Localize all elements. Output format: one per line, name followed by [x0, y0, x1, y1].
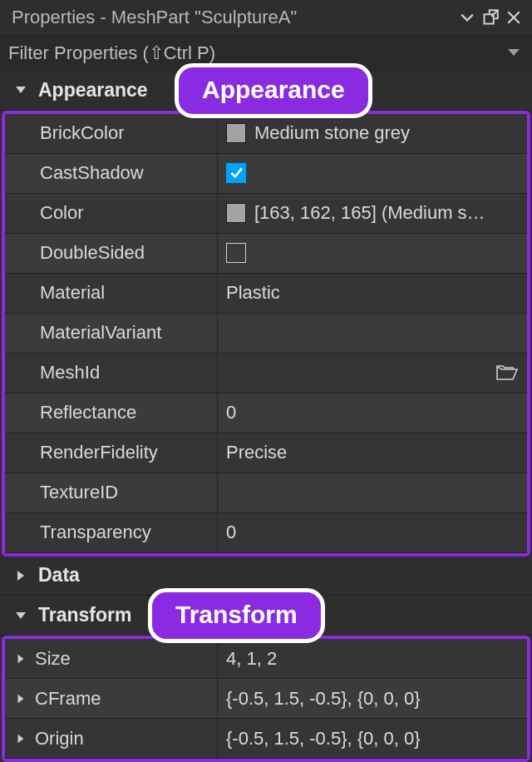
section-label-appearance: Appearance — [38, 79, 148, 101]
property-row-textureid[interactable]: TextureID — [5, 473, 527, 513]
property-value[interactable]: {-0.5, 1.5, -0.5}, {0, 0, 0} — [218, 719, 527, 758]
chevron-right-icon — [13, 568, 28, 583]
svg-marker-2 — [16, 87, 26, 93]
property-value[interactable]: 0 — [218, 393, 527, 433]
folder-open-icon[interactable] — [495, 361, 519, 384]
property-row-material[interactable]: Material Plastic — [5, 274, 527, 314]
property-value[interactable]: 0 — [218, 513, 527, 552]
svg-marker-3 — [17, 571, 24, 581]
property-name: DoubleSided — [5, 234, 218, 273]
filter-menu-icon[interactable] — [505, 45, 522, 62]
property-row-materialvariant[interactable]: MaterialVariant — [5, 314, 527, 354]
property-row-cframe[interactable]: CFrame {-0.5, 1.5, -0.5}, {0, 0, 0} — [5, 679, 527, 719]
property-value[interactable]: Medium stone grey — [218, 114, 527, 153]
close-button[interactable] — [502, 6, 525, 29]
property-row-renderfidelity[interactable]: RenderFidelity Precise — [5, 433, 527, 473]
checkbox-checked-icon[interactable] — [226, 163, 246, 183]
svg-marker-6 — [18, 694, 24, 702]
callout-transform: Transform — [148, 588, 325, 643]
checkbox-unchecked-icon[interactable] — [226, 243, 246, 263]
svg-marker-5 — [18, 654, 24, 662]
transform-highlight-frame: Size 4, 1, 2 CFrame {-0.5, 1.5, -0.5}, {… — [2, 636, 530, 762]
property-name: CastShadow — [5, 154, 218, 193]
appearance-highlight-frame: BrickColor Medium stone grey CastShadow … — [2, 111, 530, 557]
property-row-size[interactable]: Size 4, 1, 2 — [5, 639, 527, 679]
color-swatch-icon — [226, 203, 246, 223]
property-value[interactable]: Precise — [218, 433, 527, 473]
section-label-data: Data — [38, 564, 80, 586]
property-name: CFrame — [35, 688, 101, 710]
chevron-down-icon — [13, 608, 28, 623]
property-name: Material — [5, 274, 218, 313]
property-row-transparency[interactable]: Transparency 0 — [5, 513, 527, 553]
property-row-meshid[interactable]: MeshId — [5, 354, 527, 393]
property-name-cell: Origin — [5, 719, 218, 758]
property-name-cell: Size — [5, 639, 218, 678]
property-row-reflectance[interactable]: Reflectance 0 — [5, 393, 527, 433]
property-row-castshadow[interactable]: CastShadow — [5, 154, 527, 194]
titlebar: Properties - MeshPart "SculptureA" — [0, 0, 532, 36]
properties-panel: Properties - MeshPart "SculptureA" Filte… — [0, 0, 532, 762]
property-row-brickcolor[interactable]: BrickColor Medium stone grey — [5, 114, 527, 154]
callout-appearance: Appearance — [175, 63, 372, 118]
property-name: Transparency — [5, 513, 218, 552]
color-swatch-icon — [226, 123, 246, 143]
property-row-origin[interactable]: Origin {-0.5, 1.5, -0.5}, {0, 0, 0} — [5, 719, 527, 759]
property-value[interactable]: 4, 1, 2 — [218, 639, 527, 678]
property-name: BrickColor — [5, 114, 218, 153]
property-name: TextureID — [5, 473, 218, 512]
property-name: MeshId — [5, 354, 218, 393]
property-value[interactable] — [218, 473, 527, 512]
section-label-transform: Transform — [38, 604, 131, 626]
property-name: Origin — [35, 728, 84, 750]
property-value[interactable] — [218, 154, 527, 193]
property-row-color[interactable]: Color [163, 162, 165] (Medium s… — [5, 194, 527, 234]
chevron-right-icon[interactable] — [15, 693, 27, 705]
svg-marker-7 — [18, 734, 24, 742]
property-row-doublesided[interactable]: DoubleSided — [5, 234, 527, 274]
property-name-cell: CFrame — [5, 679, 218, 718]
property-value[interactable]: {-0.5, 1.5, -0.5}, {0, 0, 0} — [218, 679, 527, 718]
property-value[interactable]: [163, 162, 165] (Medium s… — [218, 194, 527, 233]
panel-title: Properties - MeshPart "SculptureA" — [12, 7, 456, 28]
property-value[interactable] — [218, 354, 527, 393]
svg-marker-4 — [16, 612, 26, 619]
collapse-button[interactable] — [456, 6, 479, 29]
chevron-right-icon[interactable] — [15, 733, 27, 745]
property-value[interactable] — [218, 234, 527, 273]
property-value[interactable]: Plastic — [218, 274, 527, 313]
chevron-right-icon[interactable] — [15, 653, 27, 665]
filter-input-placeholder[interactable]: Filter Properties (⇧Ctrl P) — [8, 42, 505, 64]
property-name: Size — [35, 648, 71, 670]
property-name: Reflectance — [5, 393, 218, 433]
property-value[interactable] — [218, 314, 527, 353]
svg-marker-1 — [508, 49, 520, 56]
property-name: Color — [5, 194, 218, 233]
popout-button[interactable] — [479, 6, 502, 29]
property-name: MaterialVariant — [5, 314, 218, 353]
property-name: RenderFidelity — [5, 433, 218, 473]
chevron-down-icon — [13, 82, 28, 97]
